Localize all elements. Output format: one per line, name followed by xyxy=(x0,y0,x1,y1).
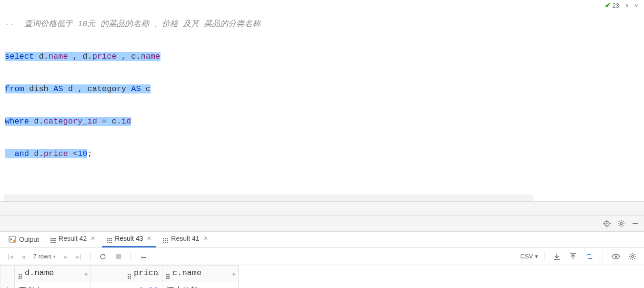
tab-result-41-label: Result 41 xyxy=(171,235,199,242)
table-icon xyxy=(163,233,168,243)
rownum-header xyxy=(0,266,15,282)
svg-line-14 xyxy=(623,221,624,222)
column-icon xyxy=(166,274,170,279)
panel-divider[interactable] xyxy=(0,201,644,216)
refresh-icon[interactable] xyxy=(96,251,110,262)
cell-cname[interactable]: 酒水饮料 xyxy=(162,282,239,288)
gear-icon[interactable] xyxy=(626,251,639,262)
problems-count[interactable]: 23 xyxy=(613,2,619,9)
first-page-icon[interactable]: |◂ xyxy=(5,251,16,262)
svg-marker-17 xyxy=(10,238,12,241)
rowcount-selector[interactable]: 7 rows▾ xyxy=(30,252,59,261)
svg-line-33 xyxy=(630,254,631,255)
result-toolbar: |◂ ◂ 7 rows▾ ▸ ▸| CSV▾ xyxy=(0,248,644,265)
target-icon[interactable] xyxy=(603,220,611,227)
stop-icon[interactable] xyxy=(112,251,125,262)
table-icon xyxy=(50,233,56,243)
result-tabs: Output Result 42 ✕ Result 43 ✕ Result 41… xyxy=(0,232,644,248)
last-page-icon[interactable]: ▸| xyxy=(73,251,84,262)
tab-result-42-label: Result 42 xyxy=(59,235,87,242)
upload-icon[interactable] xyxy=(566,251,580,262)
close-icon[interactable]: ✕ xyxy=(203,235,208,242)
tab-result-42[interactable]: Result 42 ✕ xyxy=(46,230,100,247)
compare-icon[interactable] xyxy=(583,251,597,262)
table-row[interactable]: 1王老吉6.00酒水饮料 xyxy=(0,282,239,288)
svg-line-11 xyxy=(619,221,620,222)
next-problem-icon[interactable]: ∨ xyxy=(633,2,640,9)
sort-icon[interactable]: ◆ xyxy=(84,271,88,277)
svg-line-36 xyxy=(634,254,635,255)
sql-editor[interactable]: ✔ 23 ∧ ∨ -- 查询价格低于 10元 的菜品的名称 、价格 及其 菜品的… xyxy=(0,0,644,201)
tab-result-43[interactable]: Result 43 ✕ xyxy=(102,230,156,247)
column-header-price[interactable]: price◆ xyxy=(91,266,162,282)
svg-point-18 xyxy=(13,240,16,242)
close-icon[interactable]: ✕ xyxy=(147,235,151,242)
chevron-down-icon: ▾ xyxy=(535,253,538,260)
export-format-selector[interactable]: CSV▾ xyxy=(520,253,538,260)
svg-line-12 xyxy=(623,225,624,226)
pin-icon[interactable] xyxy=(137,251,150,262)
sql-comment: -- 查询价格低于 10元 的菜品的名称 、价格 及其 菜品的分类名称 xyxy=(5,20,261,29)
tab-output[interactable]: Output xyxy=(4,233,44,247)
header-row: d.name◆ price◆ c.name◆ xyxy=(0,266,239,282)
svg-point-1 xyxy=(606,223,608,224)
sort-icon[interactable]: ◆ xyxy=(232,271,235,277)
column-icon xyxy=(128,274,131,279)
tab-result-41[interactable]: Result 41 ✕ xyxy=(158,230,212,247)
editor-scrollbar[interactable] xyxy=(0,195,644,201)
next-page-icon[interactable]: ▸ xyxy=(61,251,70,262)
svg-line-34 xyxy=(634,258,635,259)
svg-line-13 xyxy=(619,225,620,226)
column-header-cname[interactable]: c.name◆ xyxy=(162,266,239,282)
column-header-dname[interactable]: d.name◆ xyxy=(15,266,91,282)
sort-icon[interactable]: ◆ xyxy=(156,271,159,277)
prev-problem-icon[interactable]: ∧ xyxy=(623,2,631,9)
output-icon xyxy=(9,236,16,243)
table-icon xyxy=(107,233,112,243)
svg-point-28 xyxy=(632,255,634,257)
prev-page-icon[interactable]: ◂ xyxy=(19,251,28,262)
svg-line-35 xyxy=(630,258,631,259)
eye-icon[interactable] xyxy=(609,251,623,262)
svg-point-6 xyxy=(620,222,622,224)
rownum-cell: 1 xyxy=(0,282,15,288)
cell-dname[interactable]: 王老吉 xyxy=(15,282,91,288)
result-grid[interactable]: d.name◆ price◆ c.name◆ 1王老吉6.00酒水饮料2北冰洋4… xyxy=(0,265,644,288)
close-icon[interactable]: ✕ xyxy=(91,235,95,242)
svg-rect-20 xyxy=(116,254,121,259)
tab-result-43-label: Result 43 xyxy=(115,235,143,242)
download-icon[interactable] xyxy=(550,251,564,262)
minimize-icon[interactable] xyxy=(632,220,639,227)
gear-icon[interactable] xyxy=(617,220,625,227)
svg-point-27 xyxy=(615,255,617,257)
problems-check-icon[interactable]: ✔ xyxy=(605,1,611,9)
cell-price[interactable]: 6.00 xyxy=(91,282,162,288)
column-icon xyxy=(19,274,22,279)
chevron-down-icon: ▾ xyxy=(53,254,56,259)
tab-output-label: Output xyxy=(19,236,39,243)
